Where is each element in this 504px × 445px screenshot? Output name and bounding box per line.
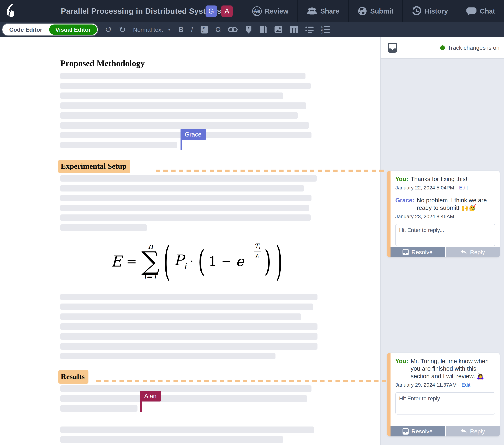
overleaf-logo[interactable]: [0, 0, 20, 22]
comment-thread-results: You: Mr. Turing, let me know when you ar…: [387, 353, 500, 436]
globe-icon: [358, 6, 367, 16]
tag-icon: [245, 25, 252, 34]
share-button[interactable]: Share: [297, 0, 348, 22]
comment-author: You:: [395, 357, 408, 380]
insert-link-button[interactable]: [228, 27, 238, 33]
bullet-list-icon: [305, 26, 314, 34]
comment-author: You:: [395, 175, 408, 183]
numbered-list-button[interactable]: 1 2 3: [321, 26, 330, 34]
edit-comment-link[interactable]: Edit: [459, 185, 468, 190]
bullet-list-button[interactable]: [305, 26, 314, 34]
resolve-icon: [402, 428, 409, 435]
insert-table-button[interactable]: [290, 26, 298, 34]
comment-connector-line-results: [96, 380, 387, 382]
exponent-fraction: − Ti λ: [247, 243, 261, 259]
italic-button[interactable]: I: [191, 26, 193, 34]
redo-button[interactable]: ↻: [119, 26, 126, 34]
editor-mode-toggle: Code Editor Visual Editor: [2, 24, 98, 35]
equation-lhs: E: [111, 253, 122, 270]
visual-editor-tab[interactable]: Visual Editor: [49, 24, 97, 35]
insert-label-button[interactable]: [245, 25, 252, 34]
comment-message: You: Mr. Turing, let me know when you ar…: [395, 357, 495, 380]
top-navbar: Parallel Processing in Distributed Syste…: [0, 0, 504, 22]
comment-message: Grace: No problem. I think we are ready …: [395, 196, 495, 212]
resolve-icon: [402, 249, 409, 255]
collaborator-avatar-grace[interactable]: G: [206, 5, 217, 17]
comment-reply-input[interactable]: [395, 224, 495, 246]
collaborator-avatar-alan[interactable]: A: [221, 5, 233, 17]
section-heading-methodology: Proposed Methodology: [60, 58, 145, 68]
comment-meta: January 22, 2024 5:04PM ·Edit: [395, 185, 495, 191]
chevron-down-icon: ▼: [167, 27, 171, 32]
comment-meta: January 23, 2024 8:46AM: [395, 214, 495, 219]
comment-meta: January 29, 2024 11:37AM ·Edit: [395, 382, 495, 388]
summation: n ∑ i=1: [142, 242, 160, 280]
review-panel-header: Track changes is on: [380, 37, 504, 59]
history-clock-icon: [412, 6, 421, 16]
resolve-comment-button[interactable]: Resolve: [391, 247, 445, 257]
comment-text: Mr. Turing, let me know when you are fin…: [411, 357, 495, 380]
editor-toolbar: Code Editor Visual Editor ↺ ↻ Normal tex…: [0, 22, 504, 37]
undo-button[interactable]: ↺: [105, 26, 112, 34]
comment-reply-input[interactable]: [395, 392, 495, 414]
svg-text:+=: +=: [202, 30, 205, 33]
image-icon: [274, 26, 283, 34]
resolve-comment-button[interactable]: Resolve: [391, 426, 445, 436]
comment-message: You: Thanks for fixing this!: [395, 175, 495, 183]
reply-comment-button[interactable]: Reply: [446, 247, 500, 257]
numbered-list-icon: 1 2 3: [321, 26, 330, 34]
people-icon: [307, 7, 317, 15]
display-equation[interactable]: E = n ∑ i=1 ( Pi · ( 1 − e − Ti λ ) ): [69, 240, 326, 283]
svg-text:1: 1: [321, 26, 323, 28]
reply-arrow-icon: [460, 249, 467, 255]
insert-citation-button[interactable]: [260, 25, 267, 34]
chat-button[interactable]: Chat: [457, 0, 504, 22]
edit-comment-link[interactable]: Edit: [462, 382, 470, 388]
reply-arrow-icon: [460, 428, 467, 434]
comment-text: No problem. I think we are ready to subm…: [417, 196, 495, 212]
svg-text:3: 3: [321, 32, 323, 34]
collaborator-cursor-alan: Alan: [140, 391, 161, 401]
section-heading-results-commented[interactable]: Results: [58, 370, 89, 384]
insert-math-button[interactable]: -x +=: [200, 26, 208, 34]
collaborator-caret-grace: [180, 139, 182, 150]
review-panel-toggle-icon[interactable]: [388, 43, 397, 52]
track-changes-status-dot: [440, 45, 445, 50]
reply-comment-button[interactable]: Reply: [446, 426, 500, 436]
paragraph-style-select[interactable]: Normal text ▼: [133, 26, 171, 33]
leaf-icon: [5, 2, 16, 20]
project-title: Parallel Processing in Distributed Syste…: [61, 7, 221, 16]
svg-text:2: 2: [321, 29, 323, 31]
table-icon: [290, 26, 298, 34]
collaborator-caret-alan: [140, 401, 142, 412]
bold-button[interactable]: B: [178, 26, 183, 34]
review-icon: Ab: [252, 6, 262, 16]
comment-author: Grace:: [395, 196, 414, 212]
book-icon: [260, 25, 267, 34]
insert-symbol-button[interactable]: Ω: [215, 26, 221, 34]
chat-bubble-icon: [466, 7, 477, 16]
code-editor-tab[interactable]: Code Editor: [2, 26, 49, 33]
review-button[interactable]: Ab Review: [243, 0, 297, 22]
section-heading-experimental-commented[interactable]: Experimental Setup: [58, 160, 130, 173]
svg-text:-x: -x: [202, 26, 205, 30]
comment-thread-experimental: You: Thanks for fixing this! January 22,…: [387, 171, 500, 257]
comment-connector-line-experimental: [156, 170, 387, 172]
comment-text: Thanks for fixing this!: [411, 175, 495, 183]
track-changes-status: Track changes is on: [448, 44, 500, 51]
insert-figure-button[interactable]: [274, 26, 283, 34]
link-icon: [228, 27, 238, 33]
math-icon: -x +=: [200, 26, 208, 34]
history-button[interactable]: History: [402, 0, 457, 22]
collaborator-cursor-grace: Grace: [180, 129, 206, 140]
submit-button[interactable]: Submit: [348, 0, 402, 22]
